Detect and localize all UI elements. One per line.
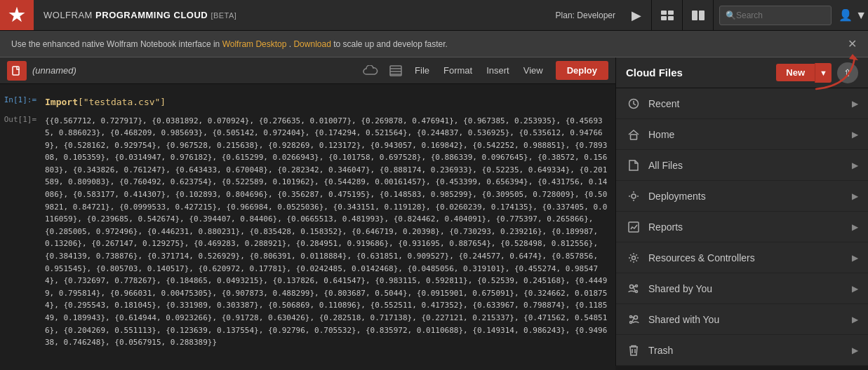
sidebar-resources-label: Resources & Controllers: [648, 252, 852, 263]
file-icon: [626, 160, 641, 171]
file-icon-btn[interactable]: [7, 61, 27, 81]
sidebar-item-trash[interactable]: Trash ▶: [616, 335, 868, 366]
svg-point-13: [632, 194, 636, 198]
svg-rect-0: [661, 11, 667, 15]
nav-arrow-btn[interactable]: ▶: [621, 0, 652, 31]
sidebar: Cloud Files New ▼ ⇧ Recent ▶: [615, 57, 868, 366]
sidebar-item-resources[interactable]: Resources & Controllers ▶: [616, 242, 868, 273]
svg-point-19: [634, 315, 638, 319]
cell-input-text: Import["testdata.csv"]: [45, 95, 610, 109]
beta-label: [BETA]: [211, 11, 236, 20]
clock-icon: [626, 98, 641, 109]
filename-label: (unnamed): [32, 65, 357, 76]
topbar: WOLFRAM PROGRAMMING CLOUD [BETA] Plan: D…: [0, 0, 868, 31]
home-icon: [626, 129, 641, 140]
svg-rect-3: [668, 16, 674, 20]
sidebar-trash-label: Trash: [648, 345, 852, 356]
notebook-content: In[1]:= Import["testdata.csv"] Out[1]= {…: [0, 84, 615, 370]
new-btn-group: New ▼ ⇧: [776, 62, 858, 83]
search-input[interactable]: [736, 11, 820, 20]
search-area: 🔍: [719, 6, 832, 25]
svg-rect-1: [668, 11, 674, 15]
svg-rect-12: [631, 135, 637, 139]
banner-text: Use the enhanced native Wolfram Notebook…: [11, 39, 448, 49]
input-cell-row: In[1]:= Import["testdata.csv"]: [0, 94, 615, 111]
sidebar-item-all-files[interactable]: All Files ▶: [616, 150, 868, 181]
svg-rect-14: [629, 222, 639, 232]
svg-point-20: [630, 315, 632, 317]
sidebar-home-label: Home: [648, 129, 852, 140]
grid-view-btn[interactable]: [652, 0, 683, 31]
wolfram-desktop-link[interactable]: Wolfram Desktop: [222, 39, 287, 49]
search-icon: 🔍: [726, 11, 736, 20]
download-link[interactable]: Download: [293, 39, 330, 49]
sidebar-item-shared-with-you[interactable]: Shared with You ▶: [616, 304, 868, 335]
sidebar-deployments-label: Deployments: [648, 191, 852, 202]
sharedwithyou-chevron: ▶: [852, 315, 858, 324]
sidebar-allfiles-label: All Files: [648, 160, 852, 171]
file-menu-btn[interactable]: File: [408, 57, 436, 84]
svg-point-15: [632, 256, 636, 259]
deploy-btn[interactable]: Deploy: [556, 61, 608, 80]
svg-rect-2: [661, 16, 667, 20]
cell-input-content[interactable]: Import["testdata.csv"]: [42, 94, 615, 111]
output-cell-row: Out[1]= {{0.567712, 0.727917}, {0.038189…: [0, 114, 615, 350]
cell-out-label: Out[1]=: [0, 114, 42, 124]
reports-chevron: ▶: [852, 222, 858, 232]
sidebar-item-reports[interactable]: Reports ▶: [616, 212, 868, 242]
sidebar-header: Cloud Files New ▼ ⇧: [616, 57, 868, 88]
app-name: PROGRAMMING CLOUD: [95, 10, 208, 20]
user-menu-btn[interactable]: 👤 ▼: [837, 0, 868, 31]
shared-by-you-icon: [626, 283, 641, 294]
svg-point-16: [630, 285, 634, 288]
trash-chevron: ▶: [852, 345, 858, 355]
sidebar-item-home[interactable]: Home ▶: [616, 119, 868, 150]
new-btn[interactable]: New: [776, 64, 815, 81]
cloud-save-btn[interactable]: [357, 61, 384, 81]
svg-rect-6: [13, 67, 19, 75]
sidebar-sharedbyyou-label: Shared by You: [648, 283, 852, 294]
svg-rect-4: [692, 11, 697, 20]
format-menu-btn[interactable]: Format: [436, 57, 479, 84]
banner: Use the enhanced native Wolfram Notebook…: [0, 31, 868, 57]
cell-output-text: {{0.567712, 0.727917}, {0.0381892, 0.070…: [45, 115, 610, 349]
recent-chevron: ▶: [852, 99, 858, 109]
editor-area: (unnamed) File Format Insert View Deploy: [0, 57, 615, 370]
allfiles-chevron: ▶: [852, 160, 858, 170]
sidebar-reports-label: Reports: [648, 221, 852, 233]
svg-point-21: [630, 321, 632, 323]
app-title: WOLFRAM PROGRAMMING CLOUD [BETA]: [34, 10, 246, 20]
cell-input-bracket: ["testdata.csv"]: [78, 97, 166, 107]
new-dropdown-btn[interactable]: ▼: [815, 63, 832, 83]
sidebar-sharedwithyou-label: Shared with You: [648, 314, 852, 325]
view-menu-btn[interactable]: View: [516, 57, 550, 84]
reports-icon: [626, 221, 641, 233]
wolfram-logo-icon: [8, 7, 25, 24]
sidebar-wrapper: Cloud Files New ▼ ⇧ Recent ▶: [615, 57, 868, 370]
plan-label: Plan: Developer: [556, 11, 615, 20]
svg-point-18: [636, 290, 638, 292]
sidebar-recent-label: Recent: [648, 98, 852, 109]
cell-output-content: {{0.567712, 0.727917}, {0.0381892, 0.070…: [42, 114, 615, 350]
editor-toolbar: (unnamed) File Format Insert View Deploy: [0, 57, 615, 84]
home-chevron: ▶: [852, 130, 858, 139]
resources-chevron: ▶: [852, 253, 858, 263]
svg-point-17: [636, 285, 638, 287]
sidebar-title: Cloud Files: [626, 67, 776, 78]
upload-btn[interactable]: ⇧: [837, 62, 858, 83]
banner-close-btn[interactable]: ✕: [848, 37, 857, 50]
notebook-btn[interactable]: [384, 61, 408, 81]
deployments-icon: [626, 191, 641, 202]
sidebar-item-shared-by-you[interactable]: Shared by You ▶: [616, 273, 868, 304]
deployments-chevron: ▶: [852, 191, 858, 201]
sharedbyyou-chevron: ▶: [852, 284, 858, 294]
sidebar-item-recent[interactable]: Recent ▶: [616, 88, 868, 119]
cell-in-label: In[1]:=: [0, 94, 42, 104]
shared-with-you-icon: [626, 314, 641, 325]
keyword-import: Import: [45, 97, 78, 107]
sidebar-item-deployments[interactable]: Deployments ▶: [616, 181, 868, 212]
svg-rect-5: [699, 11, 705, 20]
insert-menu-btn[interactable]: Insert: [479, 57, 516, 84]
main-area: (unnamed) File Format Insert View Deploy: [0, 57, 868, 370]
book-view-btn[interactable]: [683, 0, 714, 31]
